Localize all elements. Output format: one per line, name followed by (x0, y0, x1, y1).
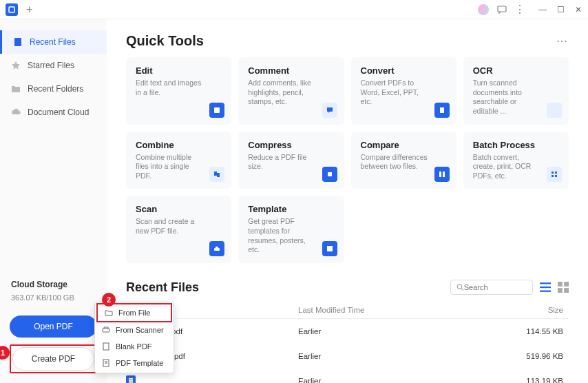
file-modified: Earlier (298, 352, 491, 360)
minimize-button[interactable]: — (538, 6, 547, 14)
tool-card-combine[interactable]: CombineCombine multiple files into a sin… (126, 132, 231, 189)
tool-icon (209, 103, 224, 118)
file-modified: Earlier (298, 377, 491, 383)
svg-rect-18 (558, 282, 563, 287)
column-modified[interactable]: Last Modified Time (298, 306, 491, 314)
tools-grid: EditEdit text and images in a file.Comme… (126, 57, 569, 263)
file-row[interactable]: Earlier113.19 KB (126, 369, 569, 383)
ai-orb-icon[interactable] (478, 4, 489, 15)
tool-icon (322, 167, 337, 182)
maximize-button[interactable]: ☐ (556, 6, 565, 14)
annotation-badge-2: 2 (102, 293, 116, 307)
sidebar-item-recent-files[interactable]: Recent Files (0, 30, 107, 54)
recent-files-title: Recent Files (126, 280, 199, 295)
tool-icon (209, 167, 224, 182)
sidebar-item-label: Document Cloud (28, 107, 89, 117)
svg-rect-1 (498, 6, 506, 12)
svg-rect-6 (439, 172, 441, 177)
file-size: 114.55 KB (491, 327, 569, 335)
annotation-box-create-pdf: Create PDF (10, 344, 97, 373)
tool-card-compare[interactable]: CompareCompare differences between two f… (351, 132, 456, 189)
search-box[interactable] (450, 280, 533, 295)
tool-desc: Convert PDFs to Word, Excel, PPT, etc. (361, 79, 447, 107)
folder-icon (11, 84, 21, 94)
tool-title: Batch Process (473, 140, 559, 150)
tool-title: Template (248, 204, 334, 214)
sidebar-item-label: Starred Files (28, 61, 74, 70)
menu-item-blank-pdf[interactable]: Blank PDF (95, 338, 174, 355)
file-row[interactable]: Architect.pdfEarlier519.96 KB (126, 344, 569, 369)
sidebar-item-label: Recent Folders (28, 84, 83, 94)
folder-open-icon (105, 309, 113, 317)
quick-tools-title: Quick Tools (126, 33, 204, 49)
cloud-storage-info: Cloud Storage 363.07 KB/100 GB (0, 271, 107, 310)
list-view-icon[interactable] (540, 282, 551, 293)
tool-title: OCR (473, 65, 559, 76)
tool-icon (434, 167, 450, 182)
main-content: Quick Tools ⋯ EditEdit text and images i… (107, 19, 588, 383)
svg-rect-21 (564, 288, 569, 293)
tool-title: Scan (136, 204, 222, 214)
menu-item-label: From Scanner (116, 326, 164, 334)
svg-rect-19 (564, 282, 569, 287)
svg-rect-17 (540, 291, 551, 292)
search-icon (456, 283, 464, 291)
sidebar-item-starred-files[interactable]: Starred Files (0, 54, 107, 77)
svg-rect-10 (552, 175, 554, 177)
menu-item-label: Blank PDF (116, 342, 152, 351)
tool-title: Compare (361, 140, 447, 150)
tool-title: Comment (248, 65, 334, 76)
chat-icon[interactable] (497, 5, 507, 14)
pdf-file-icon (126, 375, 136, 383)
svg-rect-12 (214, 248, 220, 251)
svg-rect-4 (214, 172, 217, 176)
tool-card-edit[interactable]: EditEdit text and images in a file. (126, 57, 231, 125)
create-pdf-button[interactable]: Create PDF (12, 347, 94, 371)
column-size[interactable]: Size (491, 306, 569, 314)
tool-card-compress[interactable]: CompressReduce a PDF file size. (238, 132, 344, 189)
tool-card-batch-process[interactable]: Batch ProcessBatch convert, create, prin… (463, 132, 569, 189)
annotation-badge-1: 1 (0, 346, 10, 360)
create-pdf-context-menu: 2 From File From Scanner Blank PDF PDF T… (94, 302, 174, 373)
menu-item-label: PDF Template (116, 359, 164, 367)
svg-rect-15 (540, 282, 551, 284)
open-pdf-button[interactable]: Open PDF (10, 315, 97, 338)
file-size: 113.19 KB (491, 377, 569, 383)
menu-item-from-scanner[interactable]: From Scanner (95, 322, 174, 338)
new-tab-button[interactable]: + (26, 3, 32, 16)
tool-desc: Edit text and images in a file. (136, 79, 222, 97)
sidebar-item-recent-folders[interactable]: Recent Folders (0, 77, 107, 101)
tool-icon (322, 103, 337, 118)
tool-card-convert[interactable]: ConvertConvert PDFs to Word, Excel, PPT,… (351, 57, 456, 125)
file-list-header: Name Last Modified Time Size (126, 302, 569, 319)
svg-rect-8 (552, 172, 554, 174)
tool-title: Edit (136, 65, 222, 76)
menu-item-pdf-template[interactable]: PDF Template (95, 355, 174, 371)
app-tab-icon[interactable] (6, 3, 18, 16)
sidebar-item-document-cloud[interactable]: Document Cloud (0, 101, 107, 124)
close-button[interactable]: ✕ (574, 6, 582, 14)
search-input[interactable] (464, 283, 527, 291)
tool-icon (547, 103, 562, 118)
grid-view-icon[interactable] (558, 282, 569, 293)
more-icon[interactable]: ⋯ (556, 34, 569, 48)
tool-card-comment[interactable]: CommentAdd comments, like highlights, pe… (238, 57, 344, 125)
svg-rect-11 (555, 175, 557, 177)
svg-rect-5 (217, 173, 220, 177)
tool-icon (434, 103, 450, 118)
file-row[interactable]: contract.pdfEarlier114.55 KB (126, 319, 569, 344)
scanner-icon (102, 326, 110, 334)
svg-rect-20 (558, 288, 563, 293)
menu-item-label: From File (118, 309, 150, 317)
file-size: 519.96 KB (491, 352, 569, 360)
svg-rect-9 (555, 172, 557, 174)
svg-point-14 (457, 284, 461, 289)
tool-card-ocr[interactable]: OCRTurn scanned documents into searchabl… (463, 57, 569, 125)
kebab-menu-icon[interactable]: ⋮ (515, 5, 525, 14)
tool-desc: Compare differences between two files. (361, 153, 447, 172)
tool-card-template[interactable]: TemplateGet great PDF templates for resu… (238, 196, 344, 263)
svg-rect-3 (214, 107, 220, 113)
tool-card-scan[interactable]: ScanScan and create a new PDF file. (126, 196, 231, 263)
svg-rect-13 (327, 246, 333, 251)
cloud-storage-value: 363.07 KB/100 GB (11, 293, 96, 302)
